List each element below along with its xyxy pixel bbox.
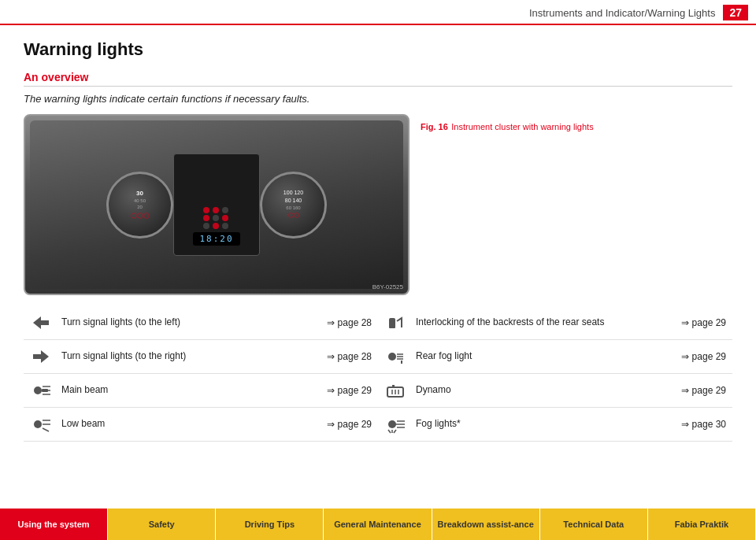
figure-caption-text: Instrument cluster with warning lights	[451, 122, 593, 131]
svg-rect-3	[33, 354, 41, 359]
center-panel: 18:20	[173, 153, 260, 256]
svg-marker-2	[41, 350, 49, 363]
warn-row-main-beam: Main beam ⇒ page 29	[24, 374, 378, 408]
cluster-area: 30 40 50 20 ⬡⬡⬡	[24, 114, 732, 295]
odometer-display: 18:20	[193, 232, 239, 246]
turn-left-page: ⇒ page 28	[327, 317, 372, 328]
warn-row-rear-fog: Rear fog light ⇒ page 29	[378, 340, 732, 374]
dynamo-page: ⇒ page 29	[681, 385, 726, 396]
svg-rect-14	[389, 326, 395, 328]
turn-right-desc: Turn signal lights (to the right)	[61, 350, 321, 363]
warn-dot-5	[213, 215, 219, 221]
tachometer-gauge: 30 40 50 20 ⬡⬡⬡	[106, 172, 173, 239]
warn-dot-6	[222, 215, 228, 221]
turn-left-icon	[27, 312, 55, 334]
svg-point-9	[34, 420, 42, 428]
nav-tab-fabia-praktik[interactable]: Fabia Praktik	[648, 509, 756, 540]
fog-lights-icon	[381, 413, 410, 435]
turn-right-page: ⇒ page 28	[327, 351, 372, 362]
main-beam-page: ⇒ page 29	[327, 385, 372, 396]
low-beam-icon	[27, 413, 55, 435]
nav-tab-safety[interactable]: Safety	[108, 509, 216, 540]
nav-tab-breakdown[interactable]: Breakdown assist-ance	[432, 509, 540, 540]
section-title: Warning lights	[24, 39, 732, 60]
svg-rect-24	[392, 385, 395, 387]
nav-tab-using-system[interactable]: Using the system	[0, 509, 108, 540]
warn-row-backrest: Interlocking of the backrests of the rea…	[378, 306, 732, 340]
nav-tab-general-maintenance[interactable]: General Maintenance	[324, 509, 432, 540]
warn-row-turn-right: Turn signal lights (to the right) ⇒ page…	[24, 340, 378, 374]
bottom-navigation: Using the system Safety Driving Tips Gen…	[0, 509, 756, 540]
svg-line-12	[43, 428, 49, 431]
warnings-right-column: Interlocking of the backrests of the rea…	[378, 306, 732, 442]
svg-marker-0	[33, 316, 41, 329]
figure-caption: Fig. 16 Instrument cluster with warning …	[421, 114, 732, 133]
figure-number: Fig. 16	[421, 122, 448, 131]
svg-point-15	[388, 353, 396, 361]
svg-line-29	[388, 430, 391, 433]
main-content: Warning lights An overview The warning l…	[0, 25, 756, 442]
rear-fog-page: ⇒ page 29	[681, 351, 726, 362]
warnings-table: Turn signal lights (to the left) ⇒ page …	[24, 306, 732, 442]
warn-dot-1	[203, 207, 209, 213]
backrest-icon	[381, 312, 410, 334]
rear-fog-desc: Rear fog light	[416, 350, 675, 363]
page-number: 27	[723, 5, 748, 20]
dynamo-icon	[381, 379, 410, 401]
instrument-cluster-image: 30 40 50 20 ⬡⬡⬡	[24, 114, 410, 295]
warn-dot-3	[222, 207, 228, 213]
main-beam-desc: Main beam	[61, 384, 321, 397]
main-beam-icon	[27, 379, 55, 401]
warning-dots	[203, 207, 230, 229]
dynamo-desc: Dynamo	[416, 384, 675, 397]
backrest-page: ⇒ page 29	[681, 317, 726, 328]
rear-fog-icon	[381, 346, 410, 368]
intro-text: The warning lights indicate certain func…	[24, 93, 732, 105]
subsection-title: An overview	[24, 71, 732, 87]
page-header: Instruments and Indicator/Warning Lights…	[0, 0, 756, 25]
turn-right-icon	[27, 346, 55, 368]
nav-tab-technical-data[interactable]: Technical Data	[540, 509, 648, 540]
svg-line-31	[394, 430, 396, 433]
warn-dot-9	[222, 223, 228, 229]
speedometer-gauge: 100 120 80 140 60 160 ⬡⬡	[260, 172, 327, 239]
nav-tab-driving-tips[interactable]: Driving Tips	[216, 509, 324, 540]
backrest-desc: Interlocking of the backrests of the rea…	[416, 316, 675, 329]
dashboard-inner: 30 40 50 20 ⬡⬡⬡	[30, 120, 403, 289]
svg-point-4	[34, 387, 42, 394]
warn-row-turn-left: Turn signal lights (to the left) ⇒ page …	[24, 306, 378, 340]
svg-rect-1	[41, 320, 49, 325]
header-title: Instruments and Indicator/Warning Lights	[529, 7, 716, 19]
turn-left-desc: Turn signal lights (to the left)	[61, 316, 321, 329]
low-beam-desc: Low beam	[61, 418, 321, 431]
warnings-left-column: Turn signal lights (to the left) ⇒ page …	[24, 306, 378, 442]
warn-dot-4	[203, 215, 209, 221]
warn-row-dynamo: Dynamo ⇒ page 29	[378, 374, 732, 408]
warn-dot-8	[213, 223, 219, 229]
image-code: B6Y-02525	[372, 283, 403, 290]
warn-row-low-beam: Low beam ⇒ page 29	[24, 408, 378, 442]
warn-dot-7	[203, 223, 209, 229]
low-beam-page: ⇒ page 29	[327, 419, 372, 430]
fog-lights-desc: Fog lights*	[416, 418, 675, 431]
svg-point-25	[388, 420, 396, 428]
warn-row-fog-lights: Fog lights* ⇒ page 30	[378, 408, 732, 442]
warn-dot-2	[213, 207, 219, 213]
fog-lights-page: ⇒ page 30	[681, 419, 726, 430]
